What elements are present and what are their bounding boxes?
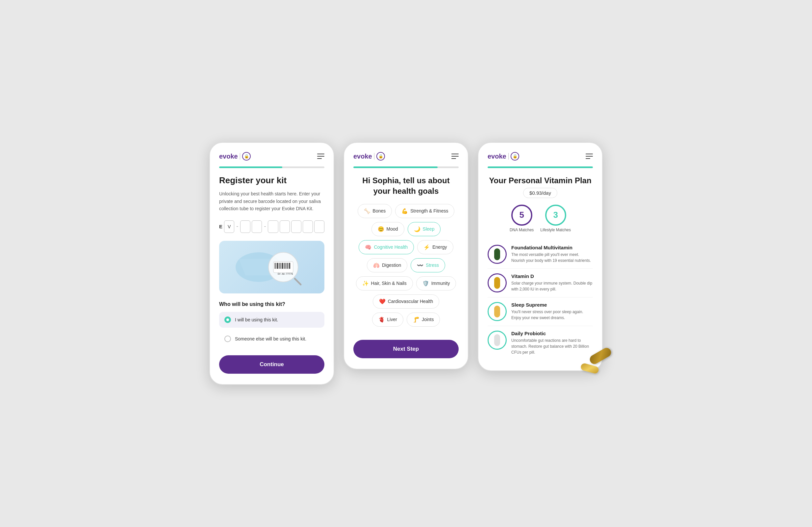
- barcode-box-4[interactable]: [268, 220, 278, 233]
- menu-button-3[interactable]: [586, 153, 593, 159]
- svg-rect-15: [288, 263, 289, 269]
- sleep-info: Sleep Supreme You'll never stress over p…: [511, 302, 593, 321]
- svg-rect-7: [279, 263, 279, 269]
- svg-rect-6: [277, 263, 278, 269]
- screen1-phone: evoke 🔒 Register your kit Unlocking your…: [209, 142, 334, 384]
- sleep-pill: [494, 306, 500, 318]
- screen2-header: evoke 🔒: [353, 152, 459, 161]
- goals-grid: 🦴 Bones 💪 Strength & Fitness 😊 Mood 🌙: [353, 204, 459, 327]
- probiotic-pill: [494, 334, 500, 346]
- goals-row-4: 🫁 Digestion 〰️ Stress: [353, 258, 459, 273]
- progress-fill-3: [488, 166, 593, 168]
- goals-row-1: 🦴 Bones 💪 Strength & Fitness: [353, 204, 459, 218]
- barcode-box-1[interactable]: V: [224, 220, 234, 233]
- progress-bar-3: [488, 166, 593, 168]
- supplement-item-multivitamin: Foundational Multivitamin The most versa…: [488, 240, 593, 269]
- goal-digestion[interactable]: 🫁 Digestion: [367, 258, 407, 273]
- progress-fill-2: [353, 166, 438, 168]
- goal-cognitive[interactable]: 🧠 Cognitive Health: [359, 240, 414, 254]
- next-step-button[interactable]: Next Step: [353, 340, 459, 358]
- barcode-box-7[interactable]: [303, 220, 313, 233]
- svg-rect-12: [285, 263, 285, 269]
- joints-icon: 🦵: [413, 317, 420, 323]
- cardiovascular-label: Cardiovascular Health: [388, 299, 433, 304]
- screen2-phone: evoke 🔒 Hi Sophia, tell us about your he…: [344, 142, 468, 369]
- brand-name-2: evoke: [353, 152, 372, 160]
- goal-stress[interactable]: 〰️ Stress: [411, 258, 445, 273]
- goal-immunity[interactable]: 🛡️ Immunity: [416, 276, 456, 291]
- brand-divider-3: [508, 153, 509, 160]
- goal-bones[interactable]: 🦴 Bones: [358, 204, 392, 218]
- goals-row-5: ✨ Hair, Skin & Nails 🛡️ Immunity: [353, 276, 459, 291]
- multivitamin-pill-circle: [488, 245, 507, 264]
- screen1-description: Unlocking your best health starts here. …: [219, 190, 324, 212]
- energy-icon: ⚡: [423, 244, 430, 250]
- brand-divider-2: [374, 153, 375, 160]
- goal-sleep[interactable]: 🌙 Sleep: [408, 222, 441, 236]
- radio-other[interactable]: Someone else will be using this kit.: [219, 331, 324, 347]
- bones-label: Bones: [373, 208, 386, 214]
- brand-name: evoke: [219, 152, 238, 160]
- vitamind-pill: [494, 277, 500, 289]
- digestion-label: Digestion: [382, 263, 401, 268]
- goal-mood[interactable]: 😊 Mood: [372, 222, 404, 236]
- screen2-title: Hi Sophia, tell us about your health goa…: [353, 175, 459, 196]
- barcode-box-3[interactable]: [252, 220, 262, 233]
- lifestyle-matches: 3 Lifestyle Matches: [540, 205, 571, 232]
- energy-label: Energy: [432, 245, 447, 250]
- brand-shield-icon-2: 🔒: [376, 152, 385, 161]
- goal-hair[interactable]: ✨ Hair, Skin & Nails: [356, 276, 413, 291]
- barcode-box-8[interactable]: [314, 220, 324, 233]
- goal-energy[interactable]: ⚡ Energy: [417, 240, 453, 254]
- strength-icon: 💪: [401, 208, 408, 214]
- radio-other-label: Someone else will be using this kit.: [235, 336, 306, 341]
- immunity-label: Immunity: [431, 281, 450, 286]
- barcode-dash-2: -: [263, 223, 266, 230]
- goals-row-2: 😊 Mood 🌙 Sleep: [353, 222, 459, 236]
- joints-label: Joints: [422, 317, 434, 322]
- sleep-icon: 🌙: [414, 226, 420, 232]
- sleep-pill-circle: [488, 302, 507, 321]
- menu-button[interactable]: [317, 153, 324, 159]
- barcode-dash-1: -: [235, 223, 239, 230]
- kit-image: EV-AA-77776: [219, 241, 324, 293]
- barcode-box-5[interactable]: [280, 220, 290, 233]
- continue-button[interactable]: Continue: [219, 355, 324, 374]
- progress-bar-1: [219, 166, 324, 168]
- radio-self-circle: [224, 317, 231, 323]
- goal-strength[interactable]: 💪 Strength & Fitness: [395, 204, 454, 218]
- goal-cardiovascular[interactable]: ❤️ Cardiovascular Health: [373, 294, 439, 309]
- kit-svg: EV-AA-77776: [229, 246, 315, 289]
- multivitamin-pill: [494, 248, 500, 260]
- price-badge: $0.93/day: [523, 188, 557, 198]
- svg-rect-13: [286, 263, 286, 269]
- radio-self[interactable]: I will be using this kit.: [219, 312, 324, 328]
- brand-divider: [240, 153, 241, 160]
- menu-button-2[interactable]: [451, 153, 459, 159]
- goal-liver[interactable]: 🫀 Liver: [372, 312, 403, 327]
- brand-shield-icon-3: 🔒: [511, 152, 519, 161]
- screen1-header: evoke 🔒: [219, 152, 324, 161]
- stress-icon: 〰️: [417, 262, 423, 268]
- screen3-header: evoke 🔒: [488, 152, 593, 161]
- svg-rect-11: [284, 263, 284, 269]
- progress-fill-1: [219, 166, 282, 168]
- matches-row: 5 DNA Matches 3 Lifestyle Matches: [488, 205, 593, 232]
- svg-line-18: [295, 279, 301, 284]
- barcode-box-2[interactable]: [240, 220, 250, 233]
- cognitive-icon: 🧠: [365, 244, 372, 250]
- digestion-icon: 🫁: [373, 262, 380, 268]
- probiotic-pill-circle: [488, 331, 507, 350]
- probiotic-info: Daily Probiotic Uncomfortable gut reacti…: [511, 331, 593, 355]
- logo-3: evoke 🔒: [488, 152, 519, 161]
- goal-joints[interactable]: 🦵 Joints: [407, 312, 440, 327]
- barcode-box-6[interactable]: [291, 220, 301, 233]
- hair-label: Hair, Skin & Nails: [371, 281, 407, 286]
- stress-label: Stress: [426, 263, 439, 268]
- radio-self-label: I will be using this kit.: [235, 317, 278, 322]
- radio-other-circle: [224, 336, 231, 342]
- vitamind-name: Vitamin D: [511, 273, 593, 279]
- immunity-icon: 🛡️: [422, 280, 429, 287]
- goals-row-6: ❤️ Cardiovascular Health: [353, 294, 459, 309]
- supplement-item-probiotic: Daily Probiotic Uncomfortable gut reacti…: [488, 326, 593, 360]
